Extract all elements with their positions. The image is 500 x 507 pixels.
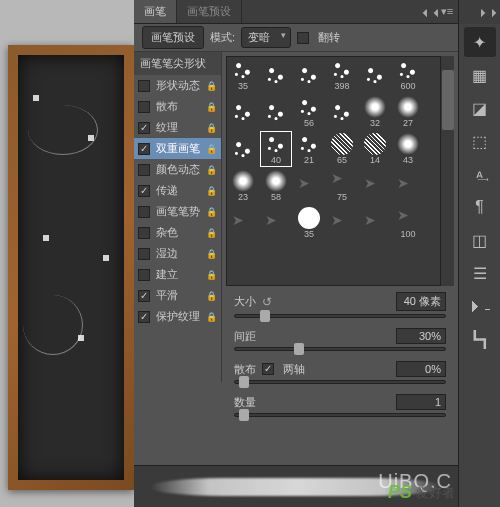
- brush-thumbnail[interactable]: [359, 57, 391, 93]
- chalkboard[interactable]: [18, 55, 124, 480]
- brush-thumbnail[interactable]: 65: [326, 131, 358, 167]
- lock-icon[interactable]: 🔒: [206, 249, 217, 259]
- brush-thumbnail[interactable]: [260, 57, 292, 93]
- slider-thumb[interactable]: [239, 376, 249, 388]
- brush-thumbnail[interactable]: [359, 205, 391, 241]
- option-checkbox[interactable]: [138, 248, 150, 260]
- brush-thumbnail[interactable]: [227, 94, 259, 130]
- toolbar-collapse-icon[interactable]: ⏵⏵: [482, 5, 496, 19]
- brush-option-row[interactable]: 建立🔒: [134, 264, 221, 285]
- slider-thumb[interactable]: [260, 310, 270, 322]
- brush-option-row[interactable]: 湿边🔒: [134, 243, 221, 264]
- count-value[interactable]: 1: [396, 394, 446, 410]
- brush-option-row[interactable]: 传递🔒: [134, 180, 221, 201]
- brush-thumbnail[interactable]: 35: [227, 57, 259, 93]
- lock-icon[interactable]: 🔒: [206, 81, 217, 91]
- swatches-tool-icon[interactable]: ▦: [464, 60, 496, 90]
- size-slider[interactable]: [234, 314, 446, 318]
- option-checkbox[interactable]: [138, 227, 150, 239]
- measure-tool-icon[interactable]: ┗┓: [464, 324, 496, 354]
- slider-thumb[interactable]: [239, 409, 249, 421]
- brush-thumbnail[interactable]: 100: [392, 205, 424, 241]
- brush-thumbnail[interactable]: 14: [359, 131, 391, 167]
- brush-thumbnail[interactable]: [227, 205, 259, 241]
- option-checkbox[interactable]: [138, 269, 150, 281]
- option-checkbox[interactable]: [138, 80, 150, 92]
- brush-thumbnail[interactable]: 35: [293, 205, 325, 241]
- option-checkbox[interactable]: [138, 143, 150, 155]
- brush-thumbnail[interactable]: [359, 168, 391, 204]
- brush-thumbnail[interactable]: 43: [392, 131, 424, 167]
- lock-icon[interactable]: 🔒: [206, 207, 217, 217]
- brush-thumbnail[interactable]: [260, 94, 292, 130]
- brush-thumbnail[interactable]: 23: [227, 168, 259, 204]
- option-checkbox[interactable]: [138, 290, 150, 302]
- lock-icon[interactable]: 🔒: [206, 312, 217, 322]
- spacing-value[interactable]: 30%: [396, 328, 446, 344]
- brush-tip-shape-header[interactable]: 画笔笔尖形状: [134, 52, 221, 75]
- brush-thumbnail[interactable]: 21: [293, 131, 325, 167]
- path-anchor[interactable]: [33, 95, 39, 101]
- brush-thumbnail[interactable]: 58: [260, 168, 292, 204]
- option-checkbox[interactable]: [138, 122, 150, 134]
- lock-icon[interactable]: 🔒: [206, 228, 217, 238]
- threed-tool-icon[interactable]: ⬚: [464, 126, 496, 156]
- brush-option-row[interactable]: 散布🔒: [134, 96, 221, 117]
- paragraph-tool-icon[interactable]: ¶: [464, 192, 496, 222]
- brush-option-row[interactable]: 形状动态🔒: [134, 75, 221, 96]
- lock-icon[interactable]: 🔒: [206, 291, 217, 301]
- slider-thumb[interactable]: [294, 343, 304, 355]
- brushes-tool-icon[interactable]: ✦: [464, 27, 496, 57]
- count-slider[interactable]: [234, 413, 446, 417]
- brush-thumbnail[interactable]: 75: [326, 168, 358, 204]
- path-anchor[interactable]: [43, 235, 49, 241]
- window-tool-icon[interactable]: ◫: [464, 225, 496, 255]
- brush-thumbnail[interactable]: [326, 94, 358, 130]
- brush-option-row[interactable]: 平滑🔒: [134, 285, 221, 306]
- option-checkbox[interactable]: [138, 101, 150, 113]
- brush-thumbnail[interactable]: 600: [392, 57, 424, 93]
- brush-thumbnail[interactable]: [260, 205, 292, 241]
- flip-checkbox[interactable]: [297, 32, 309, 44]
- brush-thumbnail[interactable]: 27: [392, 94, 424, 130]
- menu-icon[interactable]: ▾≡: [440, 5, 454, 19]
- scatter-value[interactable]: 0%: [396, 361, 446, 377]
- reset-size-icon[interactable]: ↺: [262, 295, 272, 309]
- brush-option-row[interactable]: 画笔笔势🔒: [134, 201, 221, 222]
- brush-thumbnail[interactable]: [293, 57, 325, 93]
- option-checkbox[interactable]: [138, 185, 150, 197]
- brush-thumbnail[interactable]: [392, 168, 424, 204]
- timeline-tool-icon[interactable]: ⏵₋: [464, 291, 496, 321]
- type-tool-icon[interactable]: ᴀ͢: [464, 159, 496, 189]
- lock-icon[interactable]: 🔒: [206, 165, 217, 175]
- option-checkbox[interactable]: [138, 164, 150, 176]
- brush-option-row[interactable]: 双重画笔🔒: [134, 138, 221, 159]
- list-tool-icon[interactable]: ☰: [464, 258, 496, 288]
- cube-tool-icon[interactable]: ◪: [464, 93, 496, 123]
- size-value[interactable]: 40 像素: [396, 292, 446, 311]
- brush-preset-button[interactable]: 画笔预设: [142, 26, 204, 49]
- brush-option-row[interactable]: 保护纹理🔒: [134, 306, 221, 327]
- brush-thumbnail[interactable]: 32: [359, 94, 391, 130]
- lock-icon[interactable]: 🔒: [206, 186, 217, 196]
- scatter-slider[interactable]: [234, 380, 446, 384]
- brush-option-row[interactable]: 颜色动态🔒: [134, 159, 221, 180]
- panel-tab[interactable]: 画笔: [134, 0, 177, 23]
- brush-thumbnail[interactable]: 56: [293, 94, 325, 130]
- brush-thumbnail[interactable]: 40: [260, 131, 292, 167]
- lock-icon[interactable]: 🔒: [206, 270, 217, 280]
- brush-option-row[interactable]: 杂色🔒: [134, 222, 221, 243]
- spacing-slider[interactable]: [234, 347, 446, 351]
- brush-thumbnail[interactable]: [293, 168, 325, 204]
- lock-icon[interactable]: 🔒: [206, 144, 217, 154]
- panel-tab[interactable]: 画笔预设: [177, 0, 242, 23]
- collapse-icon[interactable]: ⏴⏴: [424, 5, 438, 19]
- brush-thumbnail[interactable]: [326, 205, 358, 241]
- mode-dropdown[interactable]: 变暗: [241, 27, 291, 48]
- scrollbar-thumb[interactable]: [442, 70, 454, 130]
- option-checkbox[interactable]: [138, 206, 150, 218]
- brush-thumbnail-grid[interactable]: 35398600563227402165144323587535100: [226, 56, 454, 286]
- lock-icon[interactable]: 🔒: [206, 123, 217, 133]
- option-checkbox[interactable]: [138, 311, 150, 323]
- brush-grid-scrollbar[interactable]: [440, 56, 454, 286]
